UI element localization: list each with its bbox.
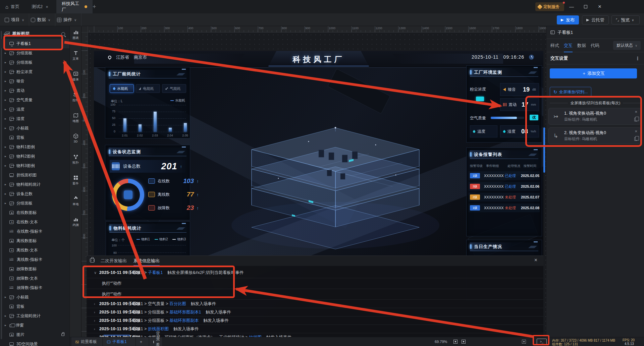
layer-item-物料2图例[interactable]: ▸物料2图例 xyxy=(0,152,70,161)
energy-tab-气能耗[interactable]: 气能耗 xyxy=(162,84,186,93)
layer-item-震动[interactable]: ▸震动 xyxy=(0,86,70,95)
log-entry[interactable]: ›2025-10-11 09:14:08子看板1 > 分组面板 > 基础环形图副… xyxy=(87,308,543,316)
close-console-icon[interactable]: × xyxy=(534,257,537,263)
expand-icon[interactable]: ▸ xyxy=(5,51,9,55)
layer-item-分组面板[interactable]: ▸分组面板 xyxy=(0,58,70,67)
layer-item-在线数图标[interactable]: ▸在线数图标 xyxy=(0,208,70,217)
remove-action-icon[interactable]: × xyxy=(635,109,637,114)
interaction-card-1[interactable]: ↣1. 视角变换动画-视角0目标组件: 鸟瞰相机× xyxy=(548,108,641,125)
more-options-icon[interactable]: ⋮ xyxy=(635,56,640,61)
publish-button[interactable]: 发布 xyxy=(557,15,579,24)
layer-item-分组面板[interactable]: ▸分组面板 xyxy=(0,198,70,208)
expand-icon[interactable]: ▸ xyxy=(5,324,9,327)
expand-icon[interactable]: ▸ xyxy=(5,117,9,120)
tab-dev-output[interactable]: 二次开发输出 xyxy=(101,256,127,266)
energy-tab-电能耗[interactable]: 电能耗 xyxy=(136,84,160,93)
environment-panel[interactable]: 工厂环境监测 粉尘浓度 噪音 19 dB 震动 17 mm 空气质量 优 温度 xyxy=(466,65,542,142)
menu-1[interactable]: 项目∨ xyxy=(0,13,29,26)
preview-button[interactable]: ⌜⌟预览∨ xyxy=(611,15,640,24)
expand-icon[interactable]: ▸ xyxy=(5,126,9,130)
cloud-host-button[interactable]: 云托管 xyxy=(582,15,609,24)
tool-3D[interactable]: 3D xyxy=(70,133,82,143)
expand-icon[interactable]: ▸ xyxy=(5,70,9,73)
expand-icon[interactable]: ▸ xyxy=(5,98,9,102)
expand-icon[interactable]: ▸ xyxy=(5,155,9,158)
inspector-tab-样式[interactable]: 样式 xyxy=(550,39,559,52)
log-entry[interactable]: ›2025-10-11 09:14:08子看板1 > 分组面板 > 基础环形图副… xyxy=(87,316,543,325)
board-tab-背景看板[interactable]: 背景看板 xyxy=(149,337,162,346)
layer-item-3D空间场景[interactable]: ▸3D空间场景 xyxy=(0,339,70,346)
tool-拓扑[interactable]: 拓扑 xyxy=(70,154,82,165)
layer-item-物料能耗统计[interactable]: ▸物料能耗统计 xyxy=(0,180,70,189)
close-window-button[interactable]: × xyxy=(596,3,603,10)
maximize-button[interactable] xyxy=(582,3,589,10)
board-tab-子看板1[interactable]: 子看板1 xyxy=(103,337,135,346)
expand-icon[interactable]: ▸ xyxy=(5,145,9,149)
layer-item-物料1图例[interactable]: ▸物料1图例 xyxy=(0,142,70,152)
expand-log-icon[interactable]: › xyxy=(94,302,95,306)
layer-item-故障数-文本[interactable]: ▸故障数-文本 xyxy=(0,274,70,283)
layer-item-噪音[interactable]: ▸噪音 xyxy=(0,76,70,86)
layer-item-离线数图标[interactable]: ▸离线数图标 xyxy=(0,236,70,245)
layer-item-在线数-指标卡[interactable]: ▸在线数-指标卡 xyxy=(0,227,70,236)
layer-item-故障数-指标卡[interactable]: ▸故障数-指标卡 xyxy=(0,283,70,292)
search-icon[interactable] xyxy=(61,32,65,36)
add-interaction-button[interactable]: ＋ 添加交互 xyxy=(550,68,637,78)
layer-item-离线数-文本[interactable]: ▸离线数-文本 xyxy=(0,245,70,255)
tool-文本[interactable]: 文本 xyxy=(70,50,82,61)
console-hscrollbar[interactable] xyxy=(103,335,130,336)
expand-icon[interactable]: ▸ xyxy=(5,164,9,167)
menu-3[interactable]: 操作∨ xyxy=(52,13,82,26)
copy-action-icon[interactable] xyxy=(634,118,637,121)
layer-item-背板[interactable]: ▸背板 xyxy=(0,302,70,311)
location-selector[interactable]: 江苏省南京市 xyxy=(108,54,147,60)
factory-3d-building[interactable] xyxy=(208,91,463,252)
tool-控件[interactable]: 控件 xyxy=(70,92,82,103)
layer-item-温度[interactable]: ▸温度 xyxy=(0,105,70,114)
tool-图表[interactable]: 图表 xyxy=(70,30,82,40)
custom-service-badge[interactable]: 定制服务 xyxy=(535,2,564,11)
expand-log-icon[interactable]: › xyxy=(94,319,95,323)
tool-媒体[interactable]: 媒体 xyxy=(70,71,82,82)
layer-item-子看板1[interactable]: ▸子看板1 xyxy=(0,39,70,48)
expand-icon[interactable]: ▸ xyxy=(5,108,9,111)
layer-item-在线数-文本[interactable]: ▸在线数-文本 xyxy=(0,217,70,227)
log-entry[interactable]: ›2025-10-11 09:14:08子看板1 > 折线面积图触发入场事件 xyxy=(87,325,543,333)
panel-toggle-icon[interactable] xyxy=(522,340,526,344)
layer-item-湿度[interactable]: ▸湿度 xyxy=(0,114,70,123)
tool-套件[interactable]: 套件 xyxy=(70,175,82,186)
layer-item-工业能耗统计[interactable]: ▸工业能耗统计 xyxy=(0,311,70,321)
expand-icon[interactable]: ▸ xyxy=(5,89,9,92)
expand-icon[interactable]: ▸ xyxy=(5,61,9,64)
layer-item-背板[interactable]: ▸背板 xyxy=(0,133,70,142)
layer-item-设备总数[interactable]: ▸设备总数 xyxy=(0,189,70,198)
expand-icon[interactable]: ▸ xyxy=(5,79,9,83)
state-select[interactable]: 默认状态∨ xyxy=(613,41,641,50)
tab-system-output[interactable]: 系统信息输出 xyxy=(133,256,160,266)
inspector-tab-数据[interactable]: 数据 xyxy=(577,39,586,52)
grid-view-icon[interactable] xyxy=(462,340,466,344)
layer-item-空气质量[interactable]: ▸空气质量 xyxy=(0,95,70,105)
device-status-panel[interactable]: 设备状态监测 设备总数 201 ↑ 在线数103↑离线数77↑故障数23↑ xyxy=(105,145,190,220)
close-tab-icon[interactable]: × xyxy=(46,4,48,9)
expand-icon[interactable]: ▸ xyxy=(5,183,9,186)
tool-本地[interactable]: 本地 xyxy=(70,196,82,207)
expand-log-icon[interactable]: ∨ xyxy=(94,271,97,275)
layer-item-小标题[interactable]: ▸小标题 xyxy=(0,123,70,133)
lock-icon[interactable] xyxy=(61,334,64,336)
board-tab-前景看板[interactable]: 前景看板 xyxy=(71,337,102,346)
window-tab-2[interactable]: 测试2× xyxy=(26,0,56,13)
fit-view-icon[interactable] xyxy=(453,340,458,344)
terminal-icon[interactable]: >_ xyxy=(537,339,547,345)
new-tab-button[interactable]: + xyxy=(93,3,96,10)
canvas-vscrollbar[interactable] xyxy=(543,127,545,173)
layer-item-离线数-指标卡[interactable]: ▸离线数-指标卡 xyxy=(0,255,70,264)
expand-icon[interactable]: ▸ xyxy=(5,201,9,205)
layer-item-粉尘浓度[interactable]: ▸粉尘浓度 xyxy=(0,67,70,76)
add-board-button[interactable]: + xyxy=(136,337,149,346)
expand-icon[interactable]: ▸ xyxy=(5,314,9,318)
trigger-chip[interactable]: ↻全屏播放/切到... xyxy=(550,87,591,97)
window-tab-1[interactable]: ⌂首页 xyxy=(0,0,26,13)
expand-log-icon[interactable]: › xyxy=(94,310,95,314)
layer-item-分组面板[interactable]: ▸分组面板 xyxy=(0,48,70,58)
